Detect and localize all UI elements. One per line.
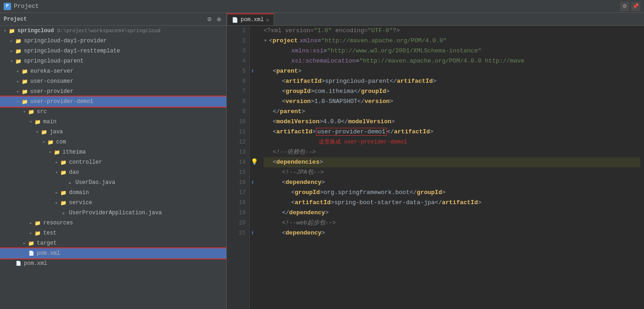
itheima-icon: 📁 [53, 149, 61, 156]
tree-item-java[interactable]: 📁 java [0, 127, 226, 137]
line-num-7: 7 [230, 86, 246, 97]
controller-label: controller [69, 159, 102, 166]
arrow-user-provider-demo1 [15, 99, 21, 104]
arrow-root [2, 28, 8, 34]
arrow-service [53, 200, 60, 206]
arrow-controller [53, 160, 60, 165]
user-provider-demo1-icon: 📁 [21, 98, 29, 105]
line-num-21: 21 [230, 228, 246, 238]
arrow-dao [53, 170, 60, 175]
tree-item-day1-provider[interactable]: 📁 springcloud-day1-provider [0, 36, 226, 46]
tab-xml-icon: 📄 [232, 17, 238, 23]
target-icon: 📁 [28, 240, 35, 247]
line-num-5: 5 [230, 66, 246, 76]
user-provider-app-label: UserProviderApplication.java [69, 210, 162, 216]
arrow-src [21, 109, 28, 114]
arrow-springcloud-parent [8, 58, 15, 64]
itheima-label: itheima [63, 149, 86, 155]
tree-item-pom-xml-parent[interactable]: 📄 pom.xml [0, 258, 226, 269]
code-line-8: <version>1.0-SNAPSHOT</version> [264, 97, 640, 107]
title-bar: P Project ⚙ 📌 [0, 0, 644, 13]
line-num-13: 13 [230, 147, 246, 157]
line-num-8: 8 [230, 97, 246, 107]
line-numbers: 1 2 3 4 5 6 7 8 9 10 11 12 13 14 15 16 1… [227, 26, 250, 309]
tree-item-resources[interactable]: 📁 resources [0, 218, 226, 228]
gutter-marker-14: 💡 [251, 157, 258, 167]
tree-item-itheima[interactable]: 📁 itheima [0, 147, 226, 157]
main-icon: 📁 [34, 118, 41, 126]
java-label: java [50, 129, 63, 135]
line-num-2: 2 [230, 36, 246, 46]
fold-marker-2: ▾ [264, 36, 267, 46]
editor-gutter: ⬆ 💡 ⬆ ⬆ [250, 26, 260, 309]
sidebar-controls: ⚙ ⊕ [206, 16, 223, 23]
tree-item-user-consumer[interactable]: 📁 user-consumer [0, 76, 226, 86]
code-line-4: xsi:schemaLocation="http://maven.apache.… [264, 56, 640, 66]
arrow-resources [28, 220, 34, 226]
tab-close-btn[interactable]: ✕ [266, 17, 269, 23]
tree-item-pom-xml-child[interactable]: 📄 pom.xml [0, 248, 226, 258]
test-label: test [43, 230, 57, 236]
tree-item-eureka-server[interactable]: 📁 eureka-server [0, 66, 226, 76]
java-icon: 📁 [40, 128, 48, 136]
tree-item-user-provider-demo1[interactable]: 📁 user-provider-demo1 [0, 97, 226, 107]
arrow-eureka-server [15, 69, 21, 74]
tree-item-dao[interactable]: 📁 dao [0, 167, 226, 177]
domain-label: domain [69, 189, 89, 196]
tree-item-user-provider-app[interactable]: ☕ UserProviderApplication.java [0, 208, 226, 218]
tab-pom-xml[interactable]: 📄 pom.xml ✕ [227, 13, 274, 25]
tree-item-main[interactable]: 📁 main [0, 117, 226, 127]
eureka-server-label: eureka-server [30, 68, 74, 74]
user-consumer-icon: 📁 [21, 78, 29, 85]
arrow-com [40, 139, 47, 145]
tree-item-com[interactable]: 📁 com [0, 137, 226, 147]
tree-item-controller[interactable]: 📁 controller [0, 157, 226, 167]
day1-provider-icon: 📁 [15, 37, 22, 45]
gutter-marker-21: ⬆ [251, 228, 254, 238]
tree-item-root[interactable]: 📁 springcloud D:\project\workspace64\spr… [0, 26, 226, 36]
userdao-icon: ☕ [66, 179, 74, 186]
app-title: Project [14, 3, 39, 10]
line-num-19: 19 [230, 208, 246, 218]
gutter-marker-16: ⬆ [251, 177, 254, 188]
code-line-13: <!--依赖包--> [264, 147, 640, 157]
day1-resttemplate-label: springcloud-day1-resttemplate [24, 48, 120, 54]
tree-item-service[interactable]: 📁 service [0, 198, 226, 208]
tree-item-userdao[interactable]: ☕ UserDao.java [0, 177, 226, 188]
tree-item-target[interactable]: 📁 target [0, 238, 226, 248]
code-area[interactable]: <?xml version="1.0" encoding="UTF-8"?> ▾… [260, 26, 644, 309]
resources-icon: 📁 [34, 219, 41, 227]
code-line-7: <groupId>com.itheima</groupId> [264, 86, 640, 97]
code-line-1: <?xml version="1.0" encoding="UTF-8"?> [264, 26, 640, 36]
tree-item-domain[interactable]: 📁 domain [0, 188, 226, 198]
arrow-domain [53, 190, 60, 195]
arrow-main [28, 119, 34, 125]
settings-button[interactable]: ⚙ [620, 2, 629, 11]
tree-item-src[interactable]: 📁 src [0, 107, 226, 117]
pin-button[interactable]: 📌 [631, 2, 640, 11]
sidebar-settings-btn[interactable]: ⚙ [206, 16, 213, 23]
pom-xml-child-label: pom.xml [37, 250, 60, 257]
main-container: Project ⚙ ⊕ 📁 springcloud D:\project\wor… [0, 13, 644, 309]
service-icon: 📁 [60, 199, 67, 206]
tree-item-test[interactable]: 📁 test [0, 228, 226, 238]
tree-item-springcloud-parent[interactable]: 📁 springcloud-parent [0, 56, 226, 66]
tree-item-user-provider[interactable]: 📁 user-provider [0, 86, 226, 97]
code-line-3: xmlns:xsi="http://www.w3.org/2001/XMLSch… [264, 46, 640, 56]
arrow-user-provider [15, 89, 21, 94]
tree-item-day1-resttemplate[interactable]: 📁 springcloud-day1-resttemplate [0, 46, 226, 56]
editor-tabs: 📄 pom.xml ✕ [227, 13, 644, 26]
sidebar-title: Project [4, 16, 27, 23]
project-tree[interactable]: 📁 springcloud D:\project\workspace64\spr… [0, 26, 226, 309]
line1-pi: <?xml version="1.0" encoding="UTF-8"?> [264, 26, 400, 36]
sidebar-expand-btn[interactable]: ⊕ [215, 16, 223, 23]
line-num-3: 3 [230, 46, 246, 56]
editor-area: 📄 pom.xml ✕ 1 2 3 4 5 6 7 8 9 10 11 12 1… [227, 13, 644, 309]
line-num-20: 20 [230, 218, 246, 228]
line-num-10: 10 [230, 117, 246, 127]
arrow-target [21, 240, 28, 246]
code-line-14: <dependencies> [264, 157, 640, 167]
arrow-itheima [47, 149, 53, 155]
code-line-15: <!--JPA包--> [264, 167, 640, 177]
line-num-11: 11 [230, 127, 246, 137]
